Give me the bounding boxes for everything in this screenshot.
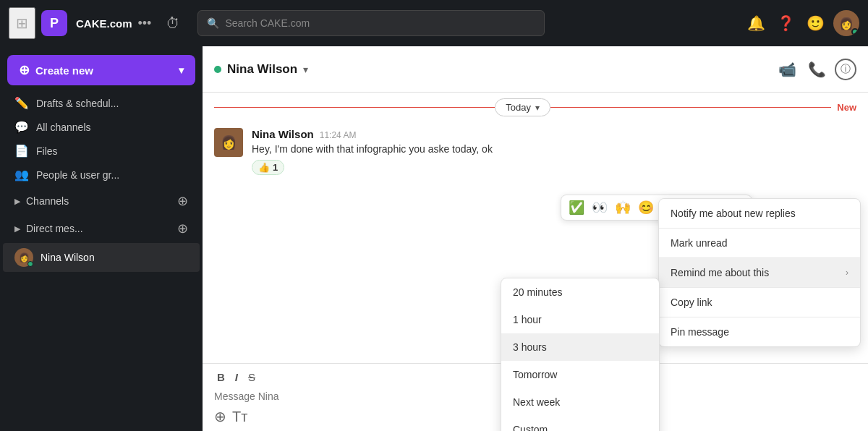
bold-button[interactable]: B bbox=[214, 370, 228, 385]
sidebar-section-channels[interactable]: ▶ Channels ⊕ bbox=[3, 188, 200, 214]
channels-icon: 💬 bbox=[14, 120, 29, 134]
submenu-custom[interactable]: Custom... bbox=[501, 416, 659, 431]
toolbar-emoji-icon[interactable]: 😊 bbox=[637, 198, 655, 217]
notifications-icon[interactable]: 🔔 bbox=[744, 12, 768, 35]
new-badge: New bbox=[837, 102, 856, 113]
message-content: Nina Wilson 11:24 AM Hey, I'm done with … bbox=[252, 128, 856, 175]
search-input[interactable] bbox=[225, 17, 535, 29]
workspace-name: CAKE.com bbox=[76, 17, 132, 30]
submenu-20min-label: 20 minutes bbox=[513, 286, 562, 298]
emoji-icon[interactable]: 🙂 bbox=[804, 12, 827, 35]
info-button[interactable]: ⓘ bbox=[835, 59, 856, 80]
channels-add-icon[interactable]: ⊕ bbox=[177, 193, 188, 209]
people-icon: 👥 bbox=[14, 168, 29, 182]
today-label: Today bbox=[506, 102, 531, 113]
search-bar: 🔍 bbox=[197, 10, 545, 36]
remind-submenu: 20 minutes 1 hour 3 hours Tomorrow Next … bbox=[501, 278, 660, 431]
context-mark-unread-item[interactable]: Mark unread bbox=[659, 229, 860, 257]
avatar[interactable]: 👩 bbox=[833, 10, 859, 36]
context-pin-item[interactable]: Pin message bbox=[659, 317, 860, 346]
sidebar-user-avatar: 👩 bbox=[14, 248, 33, 267]
create-new-label: Create new bbox=[35, 64, 93, 77]
chat-online-dot bbox=[214, 66, 221, 73]
today-separator: Today ▾ New bbox=[203, 93, 868, 122]
dm-add-icon[interactable]: ⊕ bbox=[177, 221, 188, 236]
channels-section-label: Channels bbox=[26, 195, 69, 207]
context-pin-label: Pin message bbox=[671, 326, 729, 338]
context-mark-unread-label: Mark unread bbox=[671, 237, 728, 249]
italic-button[interactable]: I bbox=[232, 370, 241, 385]
plus-icon: ⊕ bbox=[19, 62, 30, 78]
today-badge[interactable]: Today ▾ bbox=[495, 98, 550, 116]
today-chevron-icon: ▾ bbox=[535, 103, 540, 113]
sidebar-item-channels[interactable]: 💬 All channels bbox=[3, 115, 200, 139]
context-notify-label: Notify me about new replies bbox=[671, 208, 796, 219]
submenu-20min[interactable]: 20 minutes bbox=[501, 278, 659, 306]
compose-format-icon[interactable]: Tт bbox=[232, 409, 247, 425]
chat-header: Nina Wilson ▾ 📹 📞 ⓘ bbox=[203, 46, 868, 93]
message-avatar: 👩 bbox=[214, 128, 243, 157]
sidebar-user-nina[interactable]: 👩 Nina Wilson bbox=[3, 243, 200, 272]
submenu-1hour-label: 1 hour bbox=[513, 314, 542, 325]
sidebar-item-people-label: People & user gr... bbox=[36, 169, 119, 181]
submenu-3hours[interactable]: 3 hours bbox=[501, 333, 659, 361]
chat-username-chevron-icon[interactable]: ▾ bbox=[303, 64, 308, 75]
sidebar-item-drafts[interactable]: ✏️ Drafts & schedul... bbox=[3, 91, 200, 115]
dm-section-arrow-icon: ▶ bbox=[14, 224, 20, 234]
avatar-online-indicator bbox=[851, 28, 859, 35]
phone-call-icon[interactable]: 📞 bbox=[805, 58, 829, 81]
reaction-count: 1 bbox=[273, 162, 278, 173]
files-icon: 📄 bbox=[14, 144, 29, 158]
message-time: 11:24 AM bbox=[320, 130, 357, 140]
app-logo: P bbox=[41, 10, 67, 36]
message-sender: Nina Wilson bbox=[252, 128, 314, 140]
context-copy-link-item[interactable]: Copy link bbox=[659, 288, 860, 317]
user-online-indicator bbox=[27, 261, 33, 267]
logo-letter: P bbox=[50, 16, 59, 31]
context-remind-arrow-icon: › bbox=[846, 268, 848, 278]
search-icon: 🔍 bbox=[207, 17, 219, 29]
separator-line-left bbox=[214, 107, 495, 108]
sidebar-item-files[interactable]: 📄 Files bbox=[3, 139, 200, 163]
sidebar-item-people[interactable]: 👥 People & user gr... bbox=[3, 163, 200, 187]
sidebar: ⊕ Create new ▾ ✏️ Drafts & schedul... 💬 … bbox=[0, 46, 203, 431]
help-icon[interactable]: ❓ bbox=[774, 12, 798, 35]
context-remind-label: Remind me about this bbox=[671, 267, 769, 278]
context-notify-item[interactable]: Notify me about new replies bbox=[659, 199, 860, 228]
toolbar-eyes-icon[interactable]: 👀 bbox=[590, 198, 609, 217]
drafts-icon: ✏️ bbox=[14, 96, 29, 110]
create-new-button[interactable]: ⊕ Create new ▾ bbox=[7, 55, 195, 85]
main-layout: ⊕ Create new ▾ ✏️ Drafts & schedul... 💬 … bbox=[0, 46, 868, 431]
sidebar-item-files-label: Files bbox=[36, 145, 58, 157]
sidebar-item-drafts-label: Drafts & schedul... bbox=[36, 98, 119, 109]
submenu-tomorrow-label: Tomorrow bbox=[513, 369, 557, 380]
context-remind-item[interactable]: Remind me about this › bbox=[659, 258, 860, 287]
chat-user-info: Nina Wilson ▾ bbox=[214, 62, 308, 77]
channels-section-arrow-icon: ▶ bbox=[14, 197, 20, 206]
topbar: ⊞ P CAKE.com ••• ⏱ 🔍 🔔 ❓ 🙂 👩 bbox=[0, 0, 868, 46]
video-call-icon[interactable]: 📹 bbox=[775, 58, 799, 81]
workspace-more-icon[interactable]: ••• bbox=[138, 16, 152, 31]
topbar-right: 🔔 ❓ 🙂 👩 bbox=[744, 10, 859, 36]
separator-line-right bbox=[550, 107, 831, 108]
toolbar-checkmark-icon[interactable]: ✅ bbox=[567, 198, 586, 217]
sidebar-section-direct-messages[interactable]: ▶ Direct mes... ⊕ bbox=[3, 216, 200, 242]
compose-add-icon[interactable]: ⊕ bbox=[214, 408, 226, 425]
submenu-next-week-label: Next week bbox=[513, 396, 560, 408]
strikethrough-button[interactable]: S bbox=[245, 370, 258, 385]
chat-header-actions: 📹 📞 ⓘ bbox=[775, 58, 856, 81]
grid-icon[interactable]: ⊞ bbox=[9, 7, 35, 39]
sidebar-user-name: Nina Wilson bbox=[41, 252, 95, 263]
message-reaction[interactable]: 👍 1 bbox=[252, 160, 284, 175]
chat-username: Nina Wilson bbox=[227, 62, 297, 77]
reaction-emoji: 👍 bbox=[258, 162, 270, 173]
submenu-next-week[interactable]: Next week bbox=[501, 388, 659, 416]
submenu-3hours-label: 3 hours bbox=[513, 341, 547, 353]
history-icon[interactable]: ⏱ bbox=[163, 12, 183, 35]
context-menu: Notify me about new replies Mark unread … bbox=[658, 198, 861, 347]
submenu-custom-label: Custom... bbox=[513, 424, 556, 431]
message-header: Nina Wilson 11:24 AM bbox=[252, 128, 856, 140]
submenu-tomorrow[interactable]: Tomorrow bbox=[501, 361, 659, 388]
toolbar-raised-hands-icon[interactable]: 🙌 bbox=[613, 198, 632, 217]
submenu-1hour[interactable]: 1 hour bbox=[501, 306, 659, 333]
